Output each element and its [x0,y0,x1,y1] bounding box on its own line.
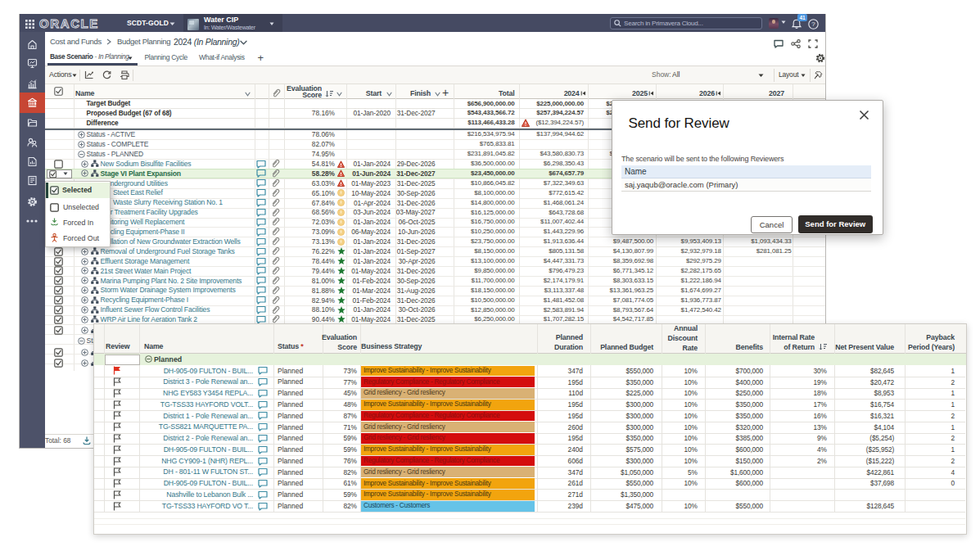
svg-text:?: ? [811,20,815,28]
